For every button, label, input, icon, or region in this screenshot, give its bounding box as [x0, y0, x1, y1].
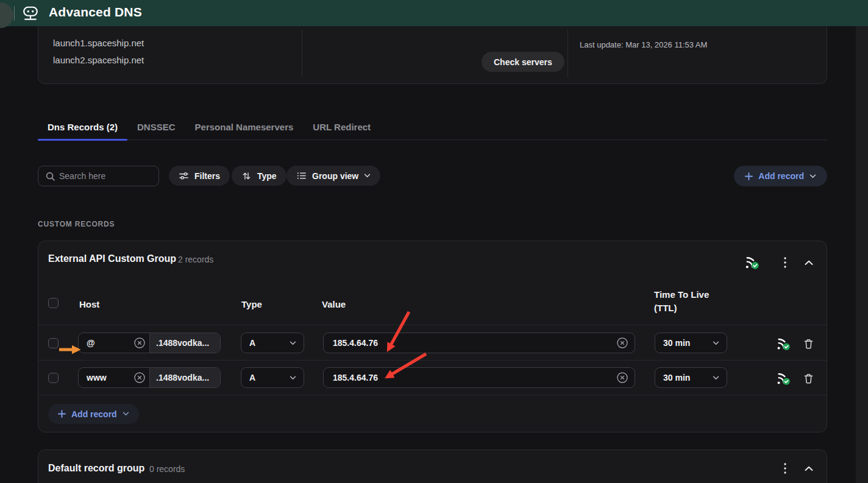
filters-button[interactable]: Filters — [169, 166, 230, 186]
scrollbar[interactable] — [856, 26, 868, 483]
group-record-count: 2 records — [178, 255, 213, 264]
plus-icon — [745, 172, 753, 180]
chevron-down-icon — [290, 376, 296, 380]
clear-value-icon[interactable] — [616, 372, 628, 384]
nameserver-item-1: launch1.spaceship.net — [53, 38, 144, 48]
host-field-group: .1488vodka... — [78, 367, 221, 388]
clear-value-icon[interactable] — [616, 337, 628, 349]
ttl-select-value: 30 min — [663, 373, 690, 383]
type-select-value: A — [249, 338, 255, 348]
group-menu-kebab-icon[interactable] — [777, 254, 794, 271]
nameserver-item-2: launch2.spaceship.net — [53, 55, 144, 65]
record-group-external-api: External API Custom Group 2 records Host… — [38, 241, 827, 432]
chevron-down-icon — [809, 174, 816, 178]
type-select-value: A — [249, 373, 255, 383]
row-checkbox[interactable] — [48, 373, 59, 383]
search-input[interactable] — [59, 166, 155, 186]
record-propagation-status-icon[interactable] — [775, 336, 791, 351]
type-sort-label: Type — [257, 171, 277, 181]
column-header-value: Value — [322, 299, 346, 309]
record-group-default: Default record group 0 records — [38, 450, 827, 483]
group-record-count: 0 records — [149, 464, 185, 474]
delete-record-trash-icon[interactable] — [800, 370, 816, 386]
group-title: External API Custom Group — [48, 253, 176, 264]
type-select[interactable]: A — [241, 367, 304, 388]
row-checkbox[interactable] — [48, 338, 59, 348]
record-row-1: .1488vodka... A 30 min — [38, 325, 827, 361]
advanced-dns-page: Advanced DNS launch1.spaceship.net launc… — [0, 0, 868, 483]
app-header: Advanced DNS — [0, 0, 868, 26]
ttl-select-value: 30 min — [663, 338, 690, 348]
tab-url-redirect[interactable]: URL Redirect — [303, 119, 380, 139]
ttl-select[interactable]: 30 min — [655, 367, 727, 388]
tab-dnssec[interactable]: DNSSEC — [127, 119, 185, 139]
select-all-checkbox[interactable] — [48, 298, 59, 308]
add-record-label: Add record — [71, 409, 117, 419]
tab-bar: Dns Records (2) DNSSEC Personal Nameserv… — [38, 119, 827, 140]
check-servers-button[interactable]: Check servers — [482, 52, 564, 72]
tab-personal-nameservers[interactable]: Personal Nameservers — [185, 119, 304, 139]
column-header-type: Type — [241, 299, 262, 309]
chevron-down-icon — [123, 412, 129, 416]
type-sort-button[interactable]: Type — [232, 166, 286, 186]
record-row-2: .1488vodka... A 30 min — [38, 361, 827, 395]
page-title: Advanced DNS — [49, 5, 142, 19]
value-field — [323, 367, 635, 388]
card-divider — [567, 30, 568, 77]
group-menu-kebab-icon[interactable] — [777, 460, 794, 477]
host-domain-suffix: .1488vodka... — [149, 333, 220, 353]
chevron-down-icon — [713, 376, 719, 380]
custom-records-section-label: CUSTOM RECORDS — [38, 220, 115, 228]
record-propagation-status-icon[interactable] — [775, 370, 791, 386]
plus-icon — [58, 410, 66, 418]
add-record-button-group[interactable]: Add record — [48, 404, 139, 424]
search-box — [38, 166, 159, 186]
advanced-dns-icon — [22, 5, 39, 21]
column-header-ttl: Time To Live (TTL) — [654, 288, 715, 315]
type-select[interactable]: A — [241, 333, 304, 353]
column-header-host: Host — [79, 299, 99, 309]
value-input[interactable] — [324, 368, 616, 387]
add-record-button-top[interactable]: Add record — [734, 166, 827, 186]
group-view-label: Group view — [312, 171, 358, 181]
add-record-label: Add record — [758, 171, 804, 181]
corner-circle-button[interactable] — [0, 2, 13, 28]
clear-host-icon[interactable] — [133, 337, 146, 349]
clear-host-icon[interactable] — [133, 372, 146, 384]
card-divider — [302, 30, 302, 77]
tab-dns-records[interactable]: Dns Records (2) — [38, 119, 127, 139]
host-domain-suffix: .1488vodka... — [149, 368, 220, 387]
delete-record-trash-icon[interactable] — [800, 336, 816, 351]
chevron-down-icon — [364, 174, 371, 178]
chevron-down-icon — [290, 341, 296, 345]
search-icon — [45, 171, 55, 182]
ttl-select[interactable]: 30 min — [655, 333, 727, 353]
value-input[interactable] — [324, 333, 616, 353]
sliders-icon — [179, 171, 189, 181]
group-collapse-chevron-up-icon[interactable] — [800, 254, 817, 271]
value-field — [323, 333, 635, 353]
group-view-button[interactable]: Group view — [286, 166, 380, 186]
group-propagation-status-icon[interactable] — [743, 253, 760, 270]
host-field-group: .1488vodka... — [78, 333, 221, 353]
group-collapse-chevron-up-icon[interactable] — [800, 460, 817, 477]
filters-label: Filters — [194, 171, 220, 181]
sort-arrows-icon — [241, 171, 252, 181]
chevron-down-icon — [713, 341, 719, 345]
list-icon — [296, 171, 307, 181]
nameservers-card: launch1.spaceship.net launch2.spaceship.… — [38, 26, 827, 84]
header-divider — [14, 6, 15, 21]
last-update-text: Last update: Mar 13, 2026 11:53 AM — [580, 40, 707, 49]
group-title: Default record group — [48, 463, 144, 474]
